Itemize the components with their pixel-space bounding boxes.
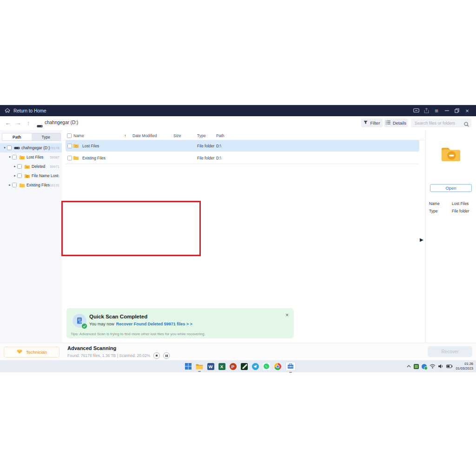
forward-button[interactable]: → xyxy=(14,118,22,127)
deleted-folder-icon xyxy=(24,164,30,169)
details-panel: Open Name Lost Files Type File folder xyxy=(426,130,476,343)
tray-security-icon[interactable] xyxy=(422,364,427,369)
quick-scan-notification: Quick Scan Completed You may nowRecover … xyxy=(66,308,294,338)
telegram-icon[interactable] xyxy=(251,363,259,370)
checkbox[interactable] xyxy=(17,164,22,169)
chevron-right-icon[interactable]: ▸ xyxy=(7,183,12,187)
clock[interactable]: 01:26 01/03/2023 xyxy=(456,362,473,371)
notification-tip: Tips: Advanced Scan is trying to find mo… xyxy=(71,332,205,336)
wifi-icon[interactable] xyxy=(430,364,436,369)
tree-item-label: File Name Lost xyxy=(32,173,58,178)
details-list-icon xyxy=(386,120,390,126)
footer-bar: Technician Advanced Scanning Found: 7617… xyxy=(0,343,476,361)
navigation-bar: ← → ↑ chahngegar (D:) Filter Details xyxy=(0,116,476,131)
collapse-panel-icon[interactable]: ▶ xyxy=(420,238,423,242)
tree-item-count: 59987 xyxy=(50,155,60,159)
back-button[interactable]: ← xyxy=(4,118,12,127)
menu-icon[interactable]: ≡ xyxy=(431,105,442,116)
recover-found-deleted-link[interactable]: Recover Found Deleted 59971 files > > xyxy=(116,322,192,326)
technician-button[interactable]: Technician xyxy=(4,347,60,357)
chevron-down-icon[interactable]: ▾ xyxy=(7,155,12,159)
column-name[interactable]: Name xyxy=(73,133,84,138)
filter-button[interactable]: Filter xyxy=(361,119,383,127)
file-name-lost-folder-icon xyxy=(24,173,30,178)
file-explorer-icon[interactable] xyxy=(196,363,203,370)
folder-tree: ▾ chahngegar (D:) 76178 ▾ Lost Files 59 xyxy=(0,143,62,190)
recover-button[interactable]: Recover xyxy=(428,346,472,357)
share-icon[interactable] xyxy=(421,105,431,116)
chrome-icon[interactable] xyxy=(274,363,281,370)
open-button[interactable]: Open xyxy=(430,184,472,192)
row-name: Existing Files xyxy=(82,156,106,160)
column-date-modified[interactable]: Date Modified xyxy=(132,133,157,138)
screenshot-canvas: Return to Home ≡ × ← xyxy=(0,0,476,476)
column-path[interactable]: Path xyxy=(216,133,225,138)
title-bar-label: Return to Home xyxy=(13,108,46,113)
battery-icon[interactable] xyxy=(446,364,453,368)
details-button[interactable]: Details xyxy=(384,119,408,127)
tree-item-count: 59971 xyxy=(50,165,60,169)
speaker-icon[interactable] xyxy=(438,364,443,369)
sort-ascending-icon[interactable]: ↑ xyxy=(124,133,126,138)
checkbox[interactable] xyxy=(12,155,17,159)
tab-type[interactable]: Type xyxy=(32,133,61,140)
system-tray: 01:26 01/03/2023 xyxy=(407,360,473,372)
start-button-icon[interactable] xyxy=(185,363,192,370)
taskbar-icons: W X P xyxy=(185,360,296,372)
tray-app-icon[interactable] xyxy=(414,364,419,369)
select-all-checkbox[interactable] xyxy=(67,133,72,138)
tree-item-existing-files[interactable]: ▸ Existing Files 16191 xyxy=(0,180,62,190)
close-button[interactable]: × xyxy=(462,105,472,116)
powerpoint-icon[interactable]: P xyxy=(229,363,237,370)
row-type: File folder xyxy=(197,144,214,148)
table-row[interactable]: Lost Files File folder D:\ xyxy=(66,140,419,152)
row-type: File folder xyxy=(197,156,214,160)
checkbox[interactable] xyxy=(67,156,72,160)
tray-time: 01:26 xyxy=(456,362,473,366)
notification-prefix: You may now xyxy=(89,322,114,326)
tree-item-file-name-lost[interactable]: ▸ File Name Lost 16 xyxy=(0,171,62,180)
checkbox[interactable] xyxy=(17,173,22,178)
chevron-right-icon[interactable]: ▸ xyxy=(13,165,17,168)
tree-item-count: 16191 xyxy=(50,183,60,187)
search-input[interactable] xyxy=(411,119,471,127)
notification-message: You may nowRecover Found Deleted 59971 f… xyxy=(89,322,192,326)
tree-item-lost-files[interactable]: ▾ Lost Files 59987 xyxy=(0,152,62,162)
table-row[interactable]: Existing Files File folder D:\ xyxy=(66,152,419,164)
tree-item-count: 16 xyxy=(56,174,60,178)
maximize-restore-button[interactable] xyxy=(452,105,462,116)
excel-icon[interactable]: X xyxy=(218,363,225,370)
detail-name-value: Lost Files xyxy=(452,201,469,206)
chevron-right-icon[interactable]: ▸ xyxy=(13,174,17,178)
pause-scan-button[interactable] xyxy=(163,352,170,359)
chevron-down-icon[interactable]: ▾ xyxy=(2,146,7,150)
tray-chevron-up-icon[interactable] xyxy=(407,365,411,368)
tree-item-deleted[interactable]: ▸ Deleted 59971 xyxy=(0,162,62,171)
return-to-home-button[interactable]: Return to Home xyxy=(0,106,46,115)
breadcrumb: chahngegar (D:) xyxy=(45,120,78,125)
tree-item-count: 76178 xyxy=(50,146,60,150)
table-header: Name ↑ Date Modified Size Type Path xyxy=(62,131,425,140)
scan-title: Advanced Scanning xyxy=(67,345,116,351)
tab-path[interactable]: Path xyxy=(2,133,32,140)
column-size[interactable]: Size xyxy=(173,133,181,138)
checkbox[interactable] xyxy=(67,144,72,148)
column-type[interactable]: Type xyxy=(197,133,205,138)
tree-item-drive[interactable]: ▾ chahngegar (D:) 76178 xyxy=(0,143,62,152)
up-button[interactable]: ↑ xyxy=(24,118,33,127)
minimize-button[interactable] xyxy=(442,105,452,116)
search-icon[interactable] xyxy=(464,120,469,129)
close-notification-icon[interactable]: × xyxy=(285,312,289,318)
recovery-app-taskbar-icon[interactable] xyxy=(285,363,296,370)
whatsapp-icon[interactable] xyxy=(263,363,270,370)
checkbox[interactable] xyxy=(7,145,12,150)
stop-scan-button[interactable] xyxy=(153,352,160,359)
tray-date: 01/03/2023 xyxy=(456,366,473,371)
feedback-icon[interactable] xyxy=(411,105,421,116)
checkbox[interactable] xyxy=(12,183,17,187)
word-icon[interactable]: W xyxy=(207,363,214,370)
data-recovery-app-window: Return to Home ≡ × ← xyxy=(0,105,476,360)
editor-app-icon[interactable] xyxy=(240,363,248,370)
title-bar-controls: ≡ × xyxy=(411,105,472,116)
active-indicator xyxy=(289,372,292,373)
